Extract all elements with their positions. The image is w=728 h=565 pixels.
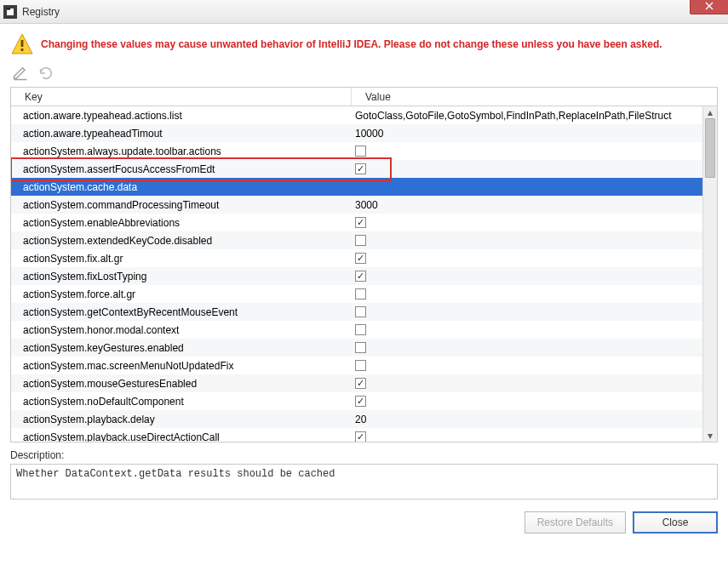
cell-value[interactable] <box>352 431 717 442</box>
scrollbar-thumb[interactable] <box>705 118 715 178</box>
table-row[interactable]: actionSystem.always.update.toolbar.actio… <box>11 142 717 160</box>
table-row[interactable]: actionSystem.getContextByRecentMouseEven… <box>11 303 717 321</box>
checkbox[interactable] <box>355 217 366 228</box>
table-row[interactable]: actionSystem.mouseGesturesEnabled <box>11 374 717 392</box>
cell-key: actionSystem.commandProcessingTimeout <box>11 199 352 211</box>
cell-value[interactable]: GotoClass,GotoFile,GotoSymbol,FindInPath… <box>352 110 717 122</box>
table-row[interactable]: actionSystem.force.alt.gr <box>11 285 717 303</box>
cell-value[interactable] <box>352 324 717 335</box>
cell-key: actionSystem.playback.useDirectActionCal… <box>11 431 352 442</box>
table-rows: action.aware.typeahead.actions.listGotoC… <box>11 106 717 442</box>
scroll-down-icon[interactable]: ▾ <box>703 430 717 442</box>
table-row[interactable]: actionSystem.honor.modal.context <box>11 321 717 339</box>
cell-value[interactable] <box>352 342 717 353</box>
cell-value[interactable] <box>352 146 717 157</box>
cell-key: actionSystem.enableAbbreviations <box>11 217 352 229</box>
close-button[interactable]: Close <box>633 511 718 534</box>
table-header: Key Value <box>11 88 717 106</box>
restore-defaults-button[interactable]: Restore Defaults <box>525 511 626 534</box>
column-value[interactable]: Value <box>352 88 717 106</box>
table-row[interactable]: actionSystem.enableAbbreviations <box>11 214 717 231</box>
cell-value[interactable] <box>352 235 717 246</box>
table-row[interactable]: actionSystem.mac.screenMenuNotUpdatedFix <box>11 357 717 374</box>
cell-key: actionSystem.force.alt.gr <box>11 288 352 300</box>
svg-rect-3 <box>21 40 24 47</box>
svg-rect-4 <box>21 49 24 51</box>
checkbox[interactable] <box>355 288 366 300</box>
cell-value[interactable] <box>352 163 717 174</box>
cell-key: actionSystem.fix.alt.gr <box>11 253 352 265</box>
table-row[interactable]: action.aware.typeaheadTimout10000 <box>11 124 717 142</box>
checkbox[interactable] <box>355 378 366 389</box>
checkbox[interactable] <box>355 360 366 371</box>
app-icon <box>3 5 17 19</box>
table-row[interactable]: actionSystem.playback.delay20 <box>11 410 717 428</box>
titlebar: Registry <box>0 0 728 24</box>
toolbar <box>10 63 718 87</box>
table-row[interactable]: action.aware.typeahead.actions.listGotoC… <box>11 106 717 124</box>
cell-key: action.aware.typeahead.actions.list <box>11 110 352 122</box>
checkbox[interactable] <box>355 163 366 174</box>
undo-icon[interactable] <box>37 65 54 82</box>
checkbox[interactable] <box>355 431 366 442</box>
cell-key: actionSystem.getContextByRecentMouseEven… <box>11 306 352 318</box>
cell-key: actionSystem.mac.screenMenuNotUpdatedFix <box>11 360 352 372</box>
vertical-scrollbar[interactable]: ▴ ▾ <box>702 106 717 442</box>
description-label: Description: <box>10 449 718 461</box>
svg-rect-1 <box>7 9 10 10</box>
edit-icon[interactable] <box>12 65 29 82</box>
table-row[interactable]: actionSystem.extendedKeyCode.disabled <box>11 231 717 249</box>
cell-key: actionSystem.assertFocusAccessFromEdt <box>11 163 352 175</box>
cell-value[interactable] <box>352 253 717 264</box>
checkbox[interactable] <box>355 235 366 246</box>
cell-value[interactable]: 10000 <box>352 128 717 140</box>
warning-text: Changing these values may cause unwanted… <box>41 38 662 50</box>
registry-table: Key Value action.aware.typeahead.actions… <box>10 87 718 442</box>
cell-key: actionSystem.playback.delay <box>11 414 352 425</box>
table-row[interactable]: actionSystem.keyGestures.enabled <box>11 339 717 357</box>
warning-icon <box>10 32 34 56</box>
cell-value[interactable] <box>352 378 717 389</box>
checkbox[interactable] <box>355 324 366 335</box>
checkbox[interactable] <box>355 396 366 407</box>
table-row[interactable]: actionSystem.cache.data <box>11 178 717 196</box>
cell-key: actionSystem.extendedKeyCode.disabled <box>11 235 352 247</box>
cell-value[interactable]: 20 <box>352 414 717 425</box>
cell-value[interactable] <box>352 360 717 371</box>
cell-value[interactable] <box>352 271 717 282</box>
cell-key: actionSystem.honor.modal.context <box>11 324 352 336</box>
cell-key: actionSystem.cache.data <box>11 181 352 193</box>
checkbox[interactable] <box>355 342 366 353</box>
window-title: Registry <box>22 6 60 18</box>
cell-key: actionSystem.fixLostTyping <box>11 271 352 282</box>
cell-value[interactable]: 3000 <box>352 199 717 211</box>
checkbox[interactable] <box>355 306 366 317</box>
cell-key: actionSystem.noDefaultComponent <box>11 396 352 408</box>
cell-key: actionSystem.keyGestures.enabled <box>11 342 352 354</box>
dialog-body: Changing these values may cause unwanted… <box>0 24 728 565</box>
checkbox[interactable] <box>355 271 366 282</box>
scroll-up-icon[interactable]: ▴ <box>703 106 717 118</box>
table-row[interactable]: actionSystem.noDefaultComponent <box>11 392 717 410</box>
table-row[interactable]: actionSystem.fixLostTyping <box>11 267 717 285</box>
cell-value[interactable] <box>352 217 717 228</box>
checkbox[interactable] <box>355 253 366 264</box>
cell-value[interactable] <box>352 396 717 407</box>
column-key[interactable]: Key <box>11 88 352 106</box>
cell-key: action.aware.typeaheadTimout <box>11 128 352 140</box>
table-row[interactable]: actionSystem.commandProcessingTimeout300… <box>11 196 717 214</box>
cell-value[interactable] <box>352 306 717 317</box>
checkbox[interactable] <box>355 146 366 157</box>
cell-key: actionSystem.always.update.toolbar.actio… <box>11 146 352 157</box>
cell-value[interactable] <box>352 288 717 300</box>
table-row[interactable]: actionSystem.playback.useDirectActionCal… <box>11 428 717 442</box>
button-row: Restore Defaults Close <box>10 511 718 534</box>
table-row[interactable]: actionSystem.assertFocusAccessFromEdt <box>11 160 717 178</box>
cell-key: actionSystem.mouseGesturesEnabled <box>11 378 352 390</box>
table-row[interactable]: actionSystem.fix.alt.gr <box>11 249 717 267</box>
warning-row: Changing these values may cause unwanted… <box>10 32 718 56</box>
window-close-button[interactable] <box>690 0 728 14</box>
description-box: Whether DataContext.getData results shou… <box>10 464 718 499</box>
